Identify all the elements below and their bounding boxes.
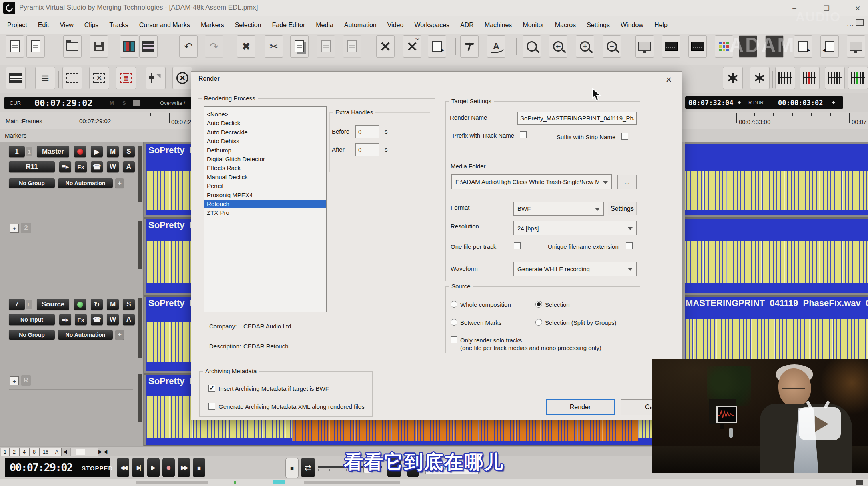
media-folder-dropdown[interactable]: E:\ADAM Audio\High Class White Trash-Sin… xyxy=(451,174,612,189)
play-button[interactable]: ▶ xyxy=(147,458,160,477)
range-dur-spinner[interactable] xyxy=(832,99,836,106)
track1-group-button[interactable]: No Group xyxy=(9,178,55,188)
track7-add-button[interactable]: + xyxy=(115,330,124,340)
menu-window-icon[interactable] xyxy=(856,19,864,26)
fast-forward-button[interactable]: ▶▶ xyxy=(178,458,190,477)
track1-input-button[interactable]: R11 xyxy=(9,161,55,172)
track1-monitor2-button[interactable]: ☎ xyxy=(91,161,103,172)
track-lines-icon[interactable]: ≡ xyxy=(35,67,55,89)
snap-grid2-icon[interactable] xyxy=(750,67,770,89)
groupR-scrollbar[interactable] xyxy=(138,374,142,422)
zoom-in-icon[interactable]: + xyxy=(576,35,594,58)
zoom-preset-2[interactable]: 2 xyxy=(9,448,19,456)
menu-help[interactable]: Help xyxy=(654,22,668,29)
track7-name-button[interactable]: Source xyxy=(37,299,69,310)
browse-button[interactable]: ... xyxy=(617,175,637,189)
menu-machines[interactable]: Machines xyxy=(485,22,512,29)
list-item[interactable]: Auto Dehiss xyxy=(204,137,326,146)
solo-tracks-checkbox[interactable] xyxy=(451,336,457,343)
list-item[interactable]: Manual Declick xyxy=(204,173,326,182)
zoom-preset-all[interactable]: A xyxy=(52,448,62,456)
copy-icon[interactable] xyxy=(290,35,309,58)
timecode-display2-icon[interactable] xyxy=(688,35,707,58)
zoom-out-icon[interactable]: − xyxy=(603,35,621,58)
menu-settings[interactable]: Settings xyxy=(587,22,610,29)
cut-icon[interactable]: ✂ xyxy=(265,35,283,58)
list-item[interactable]: Pencil xyxy=(204,182,326,190)
menu-media[interactable]: Media xyxy=(316,22,333,29)
track1-solo-button[interactable]: S xyxy=(123,146,135,157)
before-input[interactable] xyxy=(355,125,379,138)
stop-alt-button[interactable]: ■ xyxy=(285,458,299,478)
resolution-dropdown[interactable]: 24 [bps] xyxy=(513,221,637,235)
format-settings-button[interactable]: Settings xyxy=(608,202,637,215)
menu-workspaces[interactable]: Workspaces xyxy=(414,22,449,29)
track7-auto-button[interactable]: A xyxy=(123,314,135,325)
list-item[interactable]: ZTX Pro xyxy=(204,208,326,217)
zoom-preset-4[interactable]: 4 xyxy=(19,448,29,456)
splitter-left-arrow[interactable]: ◀ xyxy=(104,449,107,454)
mode-indicator-box[interactable] xyxy=(133,100,140,106)
one-file-checkbox[interactable] xyxy=(514,242,521,249)
whole-composition-radio[interactable] xyxy=(451,301,457,308)
timecode-display-icon[interactable] xyxy=(662,35,680,58)
track1-monitor-button[interactable]: ▶ xyxy=(91,146,103,157)
track7-mute-button[interactable]: M xyxy=(107,299,119,310)
render-name-input[interactable] xyxy=(517,112,637,125)
prefix-track-checkbox[interactable] xyxy=(520,131,527,138)
selection-split-radio[interactable] xyxy=(535,319,542,326)
track1-add-button[interactable]: + xyxy=(115,178,124,188)
record-button[interactable]: ● xyxy=(162,458,175,477)
track7-record-button[interactable] xyxy=(74,299,86,310)
menu-edit[interactable]: Edit xyxy=(38,22,49,29)
play-to-cursor-button[interactable]: ▶| xyxy=(132,458,144,477)
edit-mode-label[interactable]: Overwrite / xyxy=(160,100,185,106)
automation-tool-icon[interactable] xyxy=(146,67,166,89)
track1-scrollbar[interactable] xyxy=(138,146,142,202)
open-project-icon[interactable] xyxy=(63,35,82,58)
list-item[interactable]: Auto Declick xyxy=(204,119,326,128)
selection-delete-icon[interactable]: ✕ xyxy=(89,67,109,89)
track-group-red-icon[interactable] xyxy=(800,67,820,89)
menu-adr[interactable]: ADR xyxy=(460,22,474,29)
rendering-process-list[interactable]: <None> Auto Declick Auto Decrackle Auto … xyxy=(204,106,327,312)
fade-curve-icon[interactable]: A xyxy=(487,35,505,58)
list-item-selected[interactable]: Retouch xyxy=(204,200,326,208)
range-in-spinner[interactable] xyxy=(737,99,742,106)
new-project-icon[interactable] xyxy=(26,35,45,58)
crossfade-cut-icon[interactable]: ✂ xyxy=(403,35,421,58)
unique-ext-checkbox[interactable] xyxy=(626,242,633,249)
fade-tool-icon[interactable] xyxy=(460,35,479,58)
list-item[interactable]: Dethump xyxy=(204,146,326,155)
menu-window[interactable]: Window xyxy=(621,22,643,29)
track7-group-button[interactable]: No Group xyxy=(9,330,55,340)
selection-radio[interactable] xyxy=(535,301,542,308)
splitter-right-arrow[interactable]: ▶ xyxy=(98,449,102,454)
track7-routing-button[interactable]: ≡▶ xyxy=(59,314,71,325)
dialog-close-icon[interactable]: ✕ xyxy=(663,74,675,85)
snap-grid-icon[interactable] xyxy=(723,67,743,89)
waveform-dropdown[interactable]: Generate WHILE recording xyxy=(513,262,637,276)
zoom-preset-8[interactable]: 8 xyxy=(29,448,39,456)
close-button[interactable]: ✕ xyxy=(851,3,864,14)
export-doc-icon[interactable] xyxy=(794,35,812,58)
global-mute-icon[interactable]: ✕ xyxy=(172,67,192,89)
zoom-preset-1[interactable]: 1 xyxy=(1,448,9,456)
track1-automation-button[interactable]: No Automation xyxy=(58,178,113,188)
track1-number[interactable]: 1 xyxy=(9,146,25,157)
between-marks-radio[interactable] xyxy=(451,319,457,326)
track1-fx-button[interactable]: Fx xyxy=(75,161,87,172)
paste-icon[interactable] xyxy=(317,35,335,58)
track1-name-button[interactable]: Master xyxy=(37,146,69,157)
track7-automation-button[interactable]: No Automation xyxy=(58,330,113,340)
media-manager-icon[interactable] xyxy=(847,35,865,58)
list-item[interactable]: Effects Rack xyxy=(204,164,326,172)
menu-automation[interactable]: Automation xyxy=(344,22,377,29)
group2-expand-button[interactable]: + xyxy=(10,224,19,233)
generate-xml-checkbox[interactable] xyxy=(208,403,215,410)
menu-clips[interactable]: Clips xyxy=(84,22,99,29)
show-video-icon[interactable] xyxy=(635,35,654,58)
redo-icon[interactable]: ↷ xyxy=(205,35,223,58)
track1-mute-button[interactable]: M xyxy=(107,146,119,157)
auto-crossfade-icon[interactable] xyxy=(376,35,395,58)
